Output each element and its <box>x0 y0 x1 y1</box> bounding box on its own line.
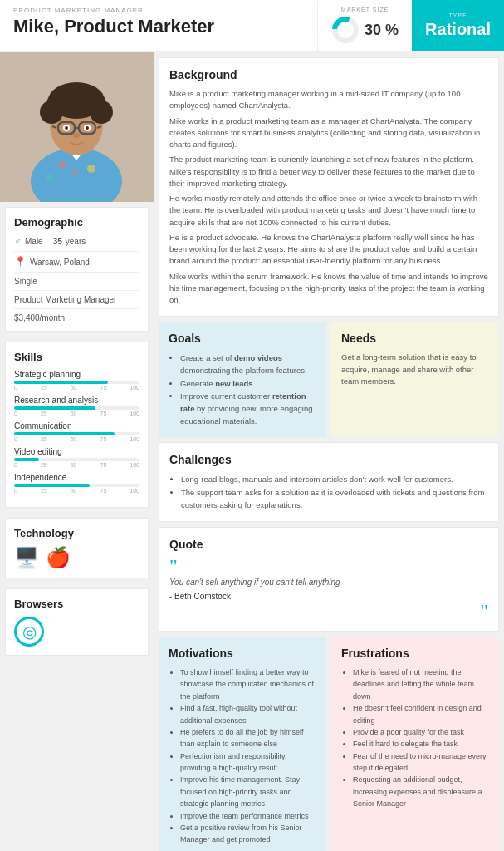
motiv-3: Perfectionism and responsibility, provid… <box>180 750 316 775</box>
apple-icon: 🍎 <box>46 546 71 569</box>
skills-section: Skills Strategic planning 0255075100 Res… <box>5 342 149 508</box>
quote-card: Quote " You can't sell anything if you c… <box>159 527 499 632</box>
motiv-2: He prefers to do all the job by himself … <box>180 726 316 750</box>
close-quote-mark: " <box>169 601 488 621</box>
open-quote-mark: " <box>169 556 488 576</box>
browsers-title: Browsers <box>14 598 139 610</box>
goals-item-1: Generate new leads. <box>180 377 316 390</box>
svg-point-19 <box>65 126 68 130</box>
skill-item-1: Research and analysis 0255075100 <box>14 396 139 416</box>
status-value: Single <box>14 277 37 286</box>
browsers-section: Browsers ◎ <box>5 588 149 656</box>
needs-card: Needs Get a long-term solution that is e… <box>331 322 499 437</box>
skill-name-2: Communication <box>14 421 139 430</box>
skills-title: Skills <box>14 351 139 363</box>
header-left: Product Marketing Manager Mike, Product … <box>0 0 317 51</box>
person-illustration <box>0 52 154 202</box>
quote-text: You can't sell anything if you can't tel… <box>169 578 488 587</box>
svg-point-23 <box>87 165 95 173</box>
header: Product Marketing Manager Mike, Product … <box>0 0 504 52</box>
challenges-list: Long-read blogs, manuals and intercom ar… <box>169 473 488 511</box>
job-value: Product Marketing Manager <box>14 295 116 304</box>
frust-4: Fear of the need to micro-manage every s… <box>353 750 489 775</box>
motiv-1: Find a fast, high-quality tool without a… <box>180 702 316 726</box>
technology-title: Technology <box>14 527 139 539</box>
skill-name-4: Independence <box>14 473 139 482</box>
background-p5: Mike works within the scrum framework. H… <box>169 271 488 307</box>
needs-text: Get a long-term solution that is easy to… <box>341 352 489 387</box>
goals-item-0: Create a set of demo videos demonstratin… <box>180 352 316 376</box>
motiv-0: To show himself finding a better way to … <box>180 667 316 702</box>
salary-value: $3,400/month <box>14 313 65 322</box>
frust-3: Feel it hard to delegate the task <box>353 738 489 750</box>
frust-0: Mike is feared of not meeting the deadli… <box>353 667 489 702</box>
body: Demographic ♂ Male 35 years 📍 Warsaw, Po… <box>0 52 504 851</box>
challenges-title: Challenges <box>169 453 488 466</box>
background-p2: The product marketing team is currently … <box>169 154 488 189</box>
gender-icon: ♂ <box>14 235 22 247</box>
svg-point-22 <box>59 161 66 168</box>
location-icon: 📍 <box>14 256 27 268</box>
background-card: Background Mike is a product marketing m… <box>159 57 499 317</box>
right-col: Background Mike is a product marketing m… <box>154 52 504 851</box>
donut-chart <box>331 16 360 44</box>
motiv-5: Improve the team performance metrics <box>180 810 316 822</box>
quote-title: Quote <box>169 538 488 551</box>
header-subtitle: Product Marketing Manager <box>13 7 304 14</box>
svg-point-21 <box>73 133 80 138</box>
skill-name-3: Video editing <box>14 447 139 456</box>
goals-needs-row: Goals Create a set of demo videos demons… <box>159 322 499 437</box>
gender-value: Male <box>25 237 43 246</box>
skill-item-4: Independence 0255075100 <box>14 473 139 494</box>
skill-name-1: Research and analysis <box>14 396 139 405</box>
header-name: Mike, Product Marketer <box>13 16 304 37</box>
svg-point-10 <box>46 94 66 114</box>
header-type: Type Rational <box>412 0 504 51</box>
demographic-title: Demographic <box>14 216 139 229</box>
needs-title: Needs <box>341 332 489 345</box>
frustrations-card: Frustrations Mike is feared of not meeti… <box>331 637 499 851</box>
quote-author: - Beth Comstock <box>169 592 488 601</box>
motiv-4: Improve his time management. Stay focuse… <box>180 774 316 809</box>
skill-name-0: Strategic planning <box>14 370 139 379</box>
frust-5: Requesting an additional budget, increas… <box>353 774 489 809</box>
browser-compass-icon: ◎ <box>14 617 44 647</box>
technology-section: Technology 🖥️ 🍎 <box>5 518 149 578</box>
svg-point-25 <box>46 174 53 180</box>
frustrations-list: Mike is feared of not meeting the deadli… <box>341 667 489 810</box>
header-market: Market Size 30 % <box>317 0 412 51</box>
frust-2: Provide a poor quality for the task <box>353 726 489 738</box>
skill-item-0: Strategic planning 0255075100 <box>14 370 139 391</box>
type-value: Rational <box>425 20 491 39</box>
background-p3: He works mostly remotely and attends the… <box>169 193 488 229</box>
svg-point-20 <box>86 126 89 130</box>
background-p0: Mike is a product marketing manager work… <box>169 88 488 112</box>
monitor-icon: 🖥️ <box>14 546 39 569</box>
goals-item-2: Improve current customer retention rate … <box>180 390 316 428</box>
market-label: Market Size <box>341 7 389 12</box>
type-label: Type <box>448 12 467 18</box>
svg-point-11 <box>86 94 106 114</box>
motivations-card: Motivations To show himself finding a be… <box>159 637 326 851</box>
background-p4: He is a product advocate. He knows the C… <box>169 232 488 268</box>
challenges-item-0: Long-read blogs, manuals and intercom ar… <box>181 473 488 485</box>
skill-item-2: Communication 0255075100 <box>14 421 139 442</box>
demographic-section: Demographic ♂ Male 35 years 📍 Warsaw, Po… <box>5 207 149 332</box>
market-percent: 30 % <box>365 22 399 39</box>
avatar <box>0 52 154 202</box>
motivations-title: Motivations <box>169 647 316 660</box>
location-value: Warsaw, Poland <box>30 258 90 267</box>
motiv-6: Get a positive review from his Senior Ma… <box>180 822 316 846</box>
age-unit: years <box>66 237 86 246</box>
background-title: Background <box>169 68 488 81</box>
svg-point-24 <box>72 170 77 175</box>
challenges-item-1: The support team asks for a solution as … <box>181 486 488 511</box>
skill-item-3: Video editing 0255075100 <box>14 447 139 468</box>
challenges-card: Challenges Long-read blogs, manuals and … <box>159 442 499 522</box>
frust-1: He doesn't feel confident in design and … <box>353 702 489 726</box>
left-col: Demographic ♂ Male 35 years 📍 Warsaw, Po… <box>0 52 154 851</box>
background-p1: Mike works in a product marketing team a… <box>169 116 488 151</box>
age-value: 35 <box>53 237 62 246</box>
motivations-list: To show himself finding a better way to … <box>169 667 316 846</box>
motiv-frust-row: Motivations To show himself finding a be… <box>159 637 499 851</box>
